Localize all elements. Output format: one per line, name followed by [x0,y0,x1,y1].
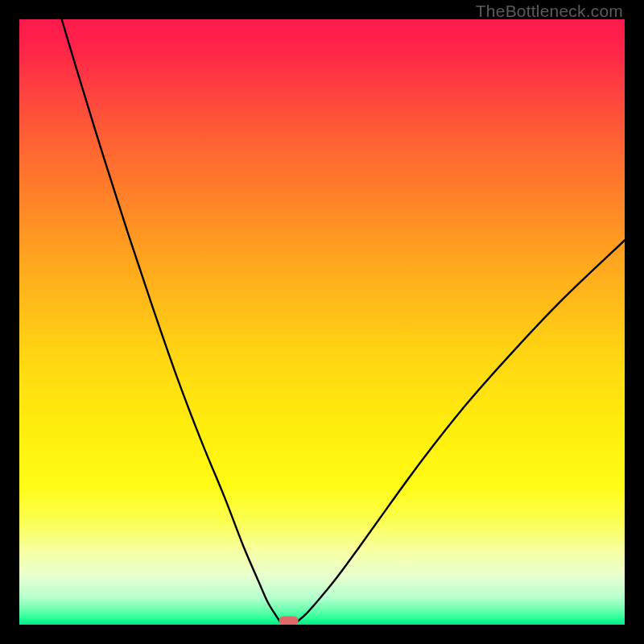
chart-frame [19,19,625,625]
gradient-background [19,19,625,625]
optimal-marker [279,616,299,625]
watermark-label: TheBottleneck.com [476,2,623,21]
bottleneck-chart [19,19,625,625]
